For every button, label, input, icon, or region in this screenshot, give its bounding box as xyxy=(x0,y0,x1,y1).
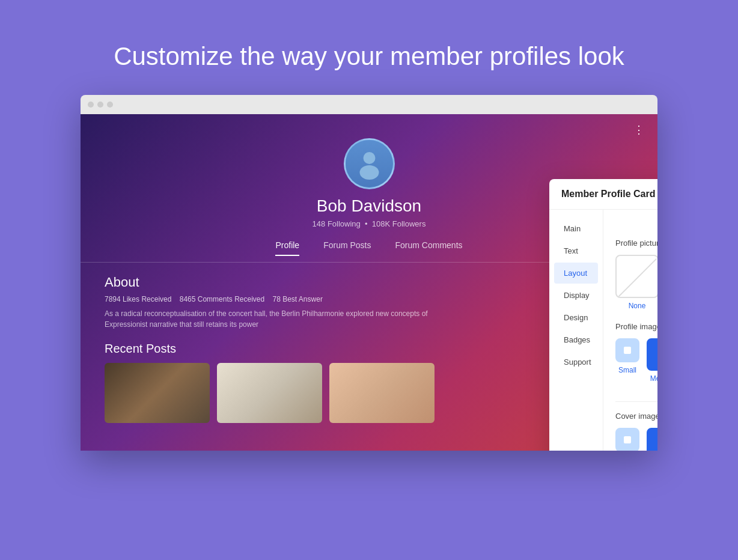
layout-option-none[interactable]: None xyxy=(615,255,657,310)
browser-dot-yellow xyxy=(97,102,103,108)
cover-size-small-inner xyxy=(624,436,631,443)
browser-window: ⋮ Bob Davidson 148 Following • 108K Foll… xyxy=(81,95,657,451)
panel-title: Member Profile Card xyxy=(561,189,655,199)
image-size-label: Profile image size xyxy=(615,322,657,331)
settings-panel: Member Profile Card ? × Main Text Layout… xyxy=(549,179,657,451)
sidebar-item-text[interactable]: Text xyxy=(554,240,598,261)
browser-dot-red xyxy=(88,102,94,108)
best-answer-stat: 78 Best Answer xyxy=(273,295,323,303)
svg-point-1 xyxy=(359,165,379,180)
picture-layout-options: None xyxy=(615,255,657,310)
layout-none-label: None xyxy=(629,302,646,310)
page-title: Customize the way your member profiles l… xyxy=(114,42,624,71)
post-thumbnail-3 xyxy=(329,363,435,423)
cover-size-option-medium[interactable]: Medium xyxy=(647,428,657,451)
picture-layout-label: Profile picture layout xyxy=(615,239,657,248)
sidebar-item-display[interactable]: Display xyxy=(554,285,598,306)
size-small-inner xyxy=(624,347,631,354)
size-option-medium[interactable]: Medium xyxy=(647,338,657,389)
sidebar-item-layout[interactable]: Layout xyxy=(554,263,598,284)
sidebar-item-support[interactable]: Support xyxy=(554,352,598,373)
panel-content: Layout Options Profile picture layout No… xyxy=(603,210,657,451)
cover-size-label: Cover image size xyxy=(615,412,657,421)
none-diagonal xyxy=(615,258,657,298)
tab-profile[interactable]: Profile xyxy=(275,240,299,256)
post-thumbnail-2 xyxy=(217,363,322,423)
avatar xyxy=(344,138,395,189)
profile-follow-stats: 148 Following • 108K Followers xyxy=(313,219,426,228)
sidebar-item-design[interactable]: Design xyxy=(554,307,598,328)
browser-titlebar xyxy=(81,95,657,114)
sidebar-item-main[interactable]: Main xyxy=(554,218,598,239)
size-option-small[interactable]: Small xyxy=(615,338,639,389)
tab-forum-posts[interactable]: Forum Posts xyxy=(323,240,371,256)
browser-dot-green xyxy=(107,102,113,108)
cover-size-medium-box xyxy=(647,428,657,451)
image-size-options: Small Medium Large xyxy=(615,338,657,389)
cover-size-option-small[interactable]: Small xyxy=(615,428,639,451)
size-medium-label: Medium xyxy=(650,374,657,383)
about-bio: As a radical reconceptualisation of the … xyxy=(105,308,453,330)
cover-size-small-box xyxy=(615,428,639,451)
tab-forum-comments[interactable]: Forum Comments xyxy=(395,240,463,256)
layout-none-box xyxy=(615,255,657,298)
post-thumbnail-1 xyxy=(105,363,210,423)
comments-stat: 8465 Comments Received xyxy=(180,295,264,303)
cover-size-options: Small Medium Large xyxy=(615,428,657,451)
size-small-label: Small xyxy=(618,366,636,374)
divider-1 xyxy=(615,401,657,402)
browser-content: ⋮ Bob Davidson 148 Following • 108K Foll… xyxy=(81,114,657,451)
size-medium-box xyxy=(647,338,657,371)
layout-options-title: Layout Options xyxy=(615,219,657,229)
svg-point-0 xyxy=(363,152,375,164)
size-small-box xyxy=(615,338,639,362)
likes-stat: 7894 Likes Received xyxy=(105,295,171,303)
more-options-button[interactable]: ⋮ xyxy=(633,123,645,136)
panel-sidebar: Main Text Layout Display Design Badges S… xyxy=(549,210,603,451)
panel-header: Member Profile Card ? × xyxy=(549,179,657,210)
avatar-image xyxy=(346,140,393,187)
panel-body: Main Text Layout Display Design Badges S… xyxy=(549,210,657,451)
sidebar-item-badges[interactable]: Badges xyxy=(554,329,598,350)
profile-name: Bob Davidson xyxy=(317,196,421,216)
